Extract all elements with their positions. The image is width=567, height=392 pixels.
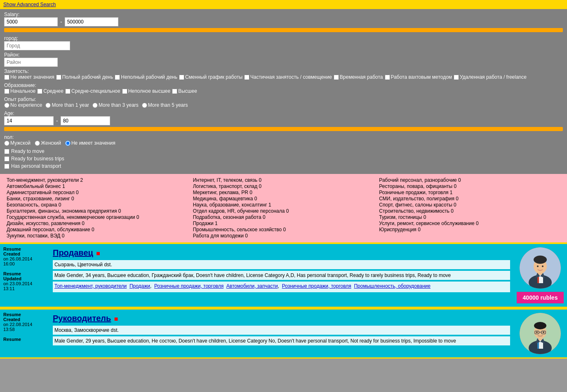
cat-item[interactable]: Рабочий персонал, разнорабочие 0 xyxy=(379,177,560,183)
cat-item[interactable]: Розничные продажи, торговля 1 xyxy=(379,190,560,195)
tag-retail2[interactable]: Розничные продажи, торговля xyxy=(282,283,351,289)
education-opt-4[interactable]: Высшее xyxy=(172,88,197,94)
cat-item[interactable]: Банки, страхование, лизинг 0 xyxy=(7,196,188,202)
cat-item[interactable]: Логистика, транспорт, склад 0 xyxy=(193,183,374,189)
resume-card-1: ResumeCreated on 26.08.201416:00 ResumeU… xyxy=(0,242,567,308)
ready-for-trips-label[interactable]: Ready for business trips xyxy=(4,156,64,162)
resume-updated-1: ResumeUpdated on 23.09.201413:11 xyxy=(0,269,49,293)
cat-item[interactable]: Медицина, фармацевтика 0 xyxy=(193,196,374,202)
experience-opt-0[interactable]: No experience xyxy=(4,102,42,108)
cat-item[interactable]: Работа для молодежи 0 xyxy=(193,233,374,239)
education-opt-2[interactable]: Средне-специальное xyxy=(65,88,120,94)
salary-row: - xyxy=(4,17,563,26)
cat-item[interactable]: Государственная служба, некоммерческие о… xyxy=(7,214,188,220)
salary-badge-1: 40000 rubles xyxy=(517,292,564,303)
employment-opt-3[interactable]: Сменный график работы xyxy=(179,74,242,80)
created-date-2: on 22.08.201413:58 xyxy=(3,322,46,332)
district-input[interactable] xyxy=(4,58,58,67)
age-label: Age: xyxy=(4,110,14,116)
cat-item[interactable]: Топ-менеджмент, руководители 2 xyxy=(7,177,188,183)
resume-inner-2: ResumeCreated on 22.08.201413:58 Resume … xyxy=(0,310,567,357)
resume-right-1: 40000 rubles xyxy=(513,244,567,307)
gender-opt-2[interactable]: Не имеет значения xyxy=(65,140,115,146)
cat-item[interactable]: Спорт, фитнес, салоны красоты 0 xyxy=(379,202,560,208)
ready-to-move-label[interactable]: Ready to move xyxy=(4,148,45,154)
cat-item[interactable]: Бухгалтерия, финансы, экономика предприя… xyxy=(7,208,188,214)
employment-opt-7[interactable]: Удаленная работа / freelance xyxy=(454,74,527,80)
city-label: город: xyxy=(4,35,18,41)
additional-options: Ready to move Ready for business trips H… xyxy=(4,148,563,170)
district-section: Район: xyxy=(4,52,563,67)
resume-location-1: Сызрань, Цветочный dst. xyxy=(53,260,510,269)
tag-retail[interactable]: Розничные продажи, торговля xyxy=(154,283,224,289)
ready-for-trips-text: Ready for business trips xyxy=(11,156,64,162)
resume-title-link-1[interactable]: Продавец xyxy=(53,248,93,257)
gender-opt-1[interactable]: Женский xyxy=(35,140,61,146)
has-transport-label[interactable]: Has personal transport xyxy=(4,163,61,169)
cat-item[interactable]: СМИ, издательство, полиграфия 0 xyxy=(379,196,560,202)
employment-opt-0[interactable]: Не имеет значения xyxy=(4,74,54,80)
resume-inner-1: ResumeCreated on 26.08.201416:00 ResumeU… xyxy=(0,244,567,307)
education-opt-0[interactable]: Начальное xyxy=(4,88,35,94)
cat-item[interactable]: Рестораны, повара, официанты 0 xyxy=(379,183,560,189)
cat-item[interactable]: Административный персонал 0 xyxy=(7,190,188,195)
age-min-input[interactable] xyxy=(4,116,54,125)
education-options: Начальное Среднее Средне-специальное Неп… xyxy=(4,88,563,95)
cat-item[interactable]: Меркетинг, реклама, PR 0 xyxy=(193,190,374,195)
education-opt-3[interactable]: Неполное высшее xyxy=(122,88,171,94)
cat-item[interactable]: Подработка, сезонная работа 0 xyxy=(193,214,374,220)
cat-item[interactable]: Отдел кадров, HR, обучение персонала 0 xyxy=(193,208,374,214)
resume-title-row-1: Продавец ■ xyxy=(53,246,510,260)
cat-item[interactable]: Безопасность, охрана 0 xyxy=(7,202,188,208)
age-range-bar xyxy=(4,127,563,131)
employment-opt-2[interactable]: Неполный рабочий день xyxy=(115,74,177,80)
updated-label-2: Resume xyxy=(3,337,46,342)
cat-item[interactable]: Продажи 1 xyxy=(193,221,374,226)
categories-col3: Рабочий персонал, разнорабочие 0 Рестора… xyxy=(376,176,563,240)
employment-opt-1[interactable]: Полный рабочий день xyxy=(56,74,113,80)
tag-auto[interactable]: Автомобили, запчасти xyxy=(226,283,278,289)
tag-sales[interactable]: Продажи xyxy=(129,283,150,289)
cat-item[interactable]: Наука, образование, консалтинг 1 xyxy=(193,202,374,208)
cat-item[interactable]: Интернет, IT, телеком, связь 0 xyxy=(193,177,374,183)
employment-opt-4[interactable]: Частичная занятость / совмещение xyxy=(244,74,332,80)
resume-title-row-2: Руководитель ■ xyxy=(53,311,510,326)
city-input[interactable] xyxy=(4,41,70,50)
salary-label: Salary: xyxy=(4,12,19,17)
experience-label: Опыт работы: xyxy=(4,96,36,102)
gender-opt-0[interactable]: Мужской xyxy=(4,140,31,146)
employment-opt-6[interactable]: Работа вахтовым методом xyxy=(385,74,452,80)
education-opt-1[interactable]: Среднее xyxy=(37,88,64,94)
salary-max-input[interactable] xyxy=(65,17,118,26)
salary-min-input[interactable] xyxy=(4,17,58,26)
created-label-2: ResumeCreated xyxy=(3,312,46,322)
created-date-1: on 26.08.201416:00 xyxy=(3,256,46,266)
experience-opt-1[interactable]: More than 1 year xyxy=(45,102,89,108)
cat-item[interactable]: Услуги, ремонт, сервисное обслуживание 0 xyxy=(379,221,560,226)
employment-options: Не имеет значения Полный рабочий день Не… xyxy=(4,74,563,81)
resume-title-link-2[interactable]: Руководитель xyxy=(53,314,111,323)
cat-item[interactable]: Промышленность, сельское хозяйство 0 xyxy=(193,227,374,232)
show-advanced-search-link[interactable]: Show Advanced Search xyxy=(3,2,56,7)
experience-opt-2[interactable]: More than 3 years xyxy=(92,102,139,108)
age-max-input[interactable] xyxy=(61,116,110,125)
education-label: Образование: xyxy=(4,82,36,88)
cat-item[interactable]: Строительство, недвижимость 0 xyxy=(379,208,560,214)
employment-opt-5[interactable]: Временная работа xyxy=(334,74,383,80)
tag-industry[interactable]: Промышленность, оборудование xyxy=(354,283,430,289)
svg-point-8 xyxy=(542,265,543,267)
cat-item[interactable]: Автомобильный бизнес 1 xyxy=(7,183,188,189)
experience-opt-3[interactable]: More than 5 years xyxy=(142,102,188,108)
age-dash: - xyxy=(56,117,58,124)
cat-item[interactable]: Домашний персонал, обслуживание 0 xyxy=(7,227,188,232)
cat-item[interactable]: Юриспруденция 0 xyxy=(379,227,560,232)
cat-item[interactable]: Дизайн, искусство, развлечения 0 xyxy=(7,221,188,226)
resume-description-2: Male Gender, 29 years, Высшее education,… xyxy=(53,336,510,345)
resume-content-2: Руководитель ■ Москва, Замоскворечие dst… xyxy=(49,310,513,357)
salary-range-bar xyxy=(4,28,563,32)
tag-top-mgmt[interactable]: Топ-менеджмент, руководители xyxy=(54,283,127,289)
cat-item[interactable]: Туризм, гостиницы 0 xyxy=(379,214,560,220)
experience-options: No experience More than 1 year More than… xyxy=(4,102,563,109)
categories-grid: Топ-менеджмент, руководители 2 Автомобил… xyxy=(0,174,567,242)
cat-item[interactable]: Зукупки, поставки, ВЭД 0 xyxy=(7,233,188,239)
